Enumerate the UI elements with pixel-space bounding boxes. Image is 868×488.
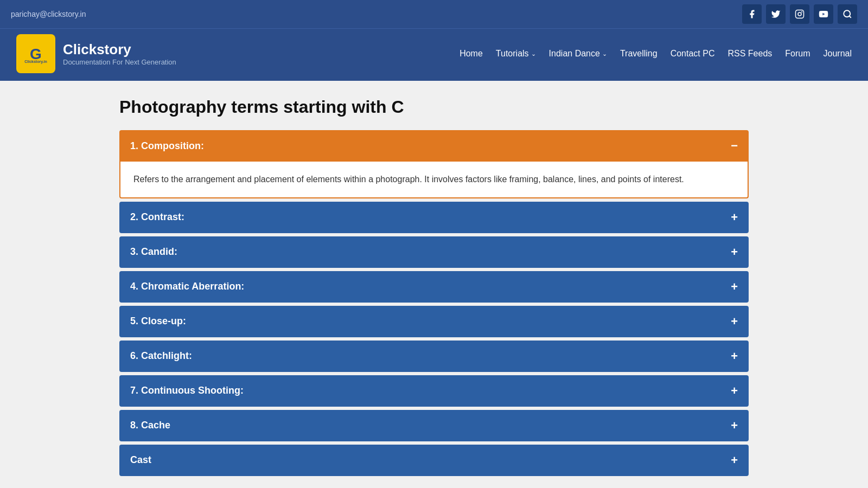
youtube-icon[interactable] (814, 4, 833, 24)
svg-point-1 (798, 12, 801, 16)
accordion-item-1: 1. Composition:−Refers to the arrangemen… (119, 130, 749, 198)
expand-icon-8: + (731, 419, 738, 433)
nav-travelling[interactable]: Travelling (620, 49, 658, 59)
accordion-item-9: Cast+ (119, 445, 749, 476)
accordion-header-5[interactable]: 5. Close-up:+ (119, 306, 749, 337)
accordion-item-6: 6. Catchlight:+ (119, 341, 749, 372)
twitter-icon[interactable] (766, 4, 786, 24)
site-tagline: Documentation For Next Generation (63, 58, 176, 66)
svg-text:Clickstory.in: Clickstory.in (24, 60, 47, 64)
nav-journal[interactable]: Journal (824, 49, 852, 59)
logo-text: Clickstory Documentation For Next Genera… (63, 41, 176, 66)
accordion-label-9: Cast (130, 454, 151, 466)
accordion-header-8[interactable]: 8. Cache+ (119, 410, 749, 441)
instagram-icon[interactable] (790, 4, 809, 24)
accordion-item-5: 5. Close-up:+ (119, 306, 749, 337)
accordion-header-1[interactable]: 1. Composition:− (119, 130, 749, 162)
main-content: Photography terms starting with C 1. Com… (108, 81, 760, 488)
main-nav: Home Tutorials ⌄ Indian Dance ⌄ Travelli… (459, 49, 852, 59)
accordion-header-7[interactable]: 7. Continuous Shooting:+ (119, 375, 749, 407)
expand-icon-9: + (731, 453, 738, 467)
top-bar: parichay@clickstory.in (0, 0, 868, 28)
accordion-container: 1. Composition:−Refers to the arrangemen… (119, 130, 749, 476)
accordion-header-2[interactable]: 2. Contrast:+ (119, 202, 749, 233)
accordion-item-2: 2. Contrast:+ (119, 202, 749, 233)
accordion-item-7: 7. Continuous Shooting:+ (119, 375, 749, 407)
expand-icon-3: + (731, 245, 738, 259)
site-name: Clickstory (63, 41, 176, 58)
expand-icon-5: + (731, 314, 738, 329)
expand-icon-7: + (731, 384, 738, 398)
expand-icon-6: + (731, 349, 738, 363)
accordion-label-7: 7. Continuous Shooting: (130, 385, 244, 396)
nav-tutorials[interactable]: Tutorials ⌄ (496, 49, 536, 59)
email-text: parichay@clickstory.in (11, 10, 86, 18)
svg-line-5 (849, 16, 851, 17)
nav-forum[interactable]: Forum (785, 49, 810, 59)
accordion-label-8: 8. Cache (130, 420, 170, 431)
accordion-item-4: 4. Chromatic Aberration:+ (119, 271, 749, 303)
nav-contact[interactable]: Contact PC (671, 49, 715, 59)
logo-icon[interactable]: G Clickstory.in (16, 34, 55, 73)
accordion-header-6[interactable]: 6. Catchlight:+ (119, 341, 749, 372)
indian-dance-chevron: ⌄ (602, 50, 607, 57)
tutorials-chevron: ⌄ (531, 50, 536, 57)
site-header: G Clickstory.in Clickstory Documentation… (0, 28, 868, 81)
accordion-label-3: 3. Candid: (130, 246, 177, 258)
logo-area: G Clickstory.in Clickstory Documentation… (16, 34, 176, 73)
accordion-header-9[interactable]: Cast+ (119, 445, 749, 476)
accordion-label-6: 6. Catchlight: (130, 350, 192, 362)
accordion-label-5: 5. Close-up: (130, 316, 186, 327)
accordion-item-3: 3. Candid:+ (119, 236, 749, 268)
accordion-body-1: Refers to the arrangement and placement … (119, 162, 749, 198)
svg-point-2 (802, 12, 802, 12)
expand-icon-4: + (731, 280, 738, 294)
search-icon[interactable] (838, 4, 857, 24)
page-title: Photography terms starting with C (119, 97, 749, 117)
svg-rect-0 (796, 10, 804, 18)
nav-indian-dance[interactable]: Indian Dance ⌄ (549, 49, 607, 59)
collapse-icon-1: − (731, 139, 738, 153)
nav-rss[interactable]: RSS Feeds (727, 49, 772, 59)
svg-point-4 (844, 10, 850, 17)
nav-home[interactable]: Home (459, 49, 483, 59)
accordion-header-4[interactable]: 4. Chromatic Aberration:+ (119, 271, 749, 303)
facebook-icon[interactable] (742, 4, 762, 24)
accordion-label-2: 2. Contrast: (130, 211, 184, 223)
accordion-label-1: 1. Composition: (130, 140, 204, 152)
social-icons (742, 4, 857, 24)
accordion-header-3[interactable]: 3. Candid:+ (119, 236, 749, 268)
expand-icon-2: + (731, 210, 738, 224)
accordion-item-8: 8. Cache+ (119, 410, 749, 441)
accordion-label-4: 4. Chromatic Aberration: (130, 281, 244, 292)
